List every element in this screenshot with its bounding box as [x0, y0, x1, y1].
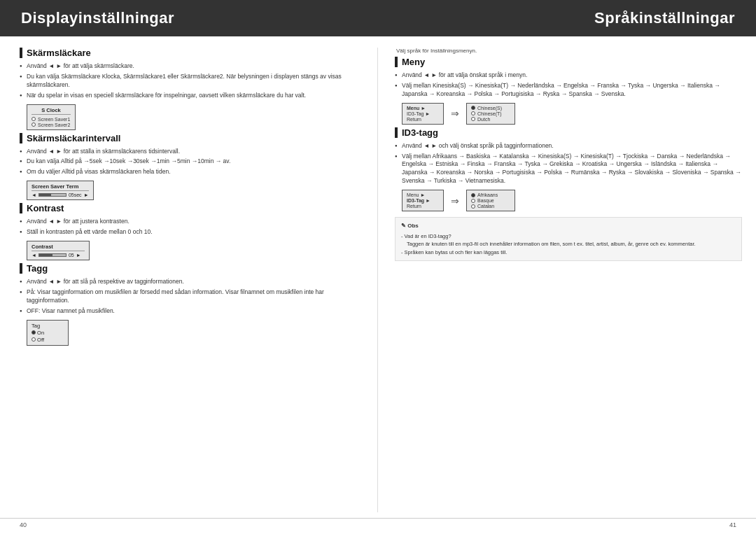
- bullet-item: Använd ◄ ► för att slå på respektive av …: [20, 278, 363, 286]
- radio-dot: [471, 106, 475, 110]
- note-line-0: - Vad är en ID3-tagg?: [401, 232, 736, 240]
- right-column: Välj språk för Inställningsmenyn. Meny A…: [378, 48, 756, 512]
- bullet-item: Välj mellan Afrikaans → Baskiska → Katal…: [395, 153, 742, 186]
- menu-lcd-id3-right: Afrikaans Basque Catalan: [466, 190, 515, 211]
- heading-skarmslackarintervall: Skärmsläckarintervall: [20, 133, 363, 143]
- lcd-skarmslackare: S Clock Screen Saver1 Screen Saver2: [27, 104, 76, 130]
- radio-dot: [471, 199, 475, 203]
- main-content: Skärmsläckare Använd ◄ ► för att välja s…: [0, 36, 756, 512]
- radio-dot: [31, 122, 36, 127]
- note-title: ✎ Obs: [401, 222, 736, 230]
- heading-kontrast: Kontrast: [20, 203, 363, 213]
- menu-row-1: ID3-Tag ►: [407, 198, 439, 203]
- lang-row-1: Chinese(T): [471, 111, 510, 116]
- bullet-item: Ställ in kontrasten på ett värde mellan …: [20, 228, 363, 237]
- bullet-item: Välj mellan Kinesiska(S) → Kinesiska(T) …: [395, 82, 742, 99]
- page-number-left: 40: [20, 521, 27, 528]
- bullet-item: Du kan välja Skärmsläckare Klocka, Skärm…: [20, 73, 363, 90]
- page-container: Displayinställningar Språkinställningar …: [0, 0, 756, 534]
- menu-row-0: Menu ►: [407, 192, 439, 197]
- lcd-option-1: Screen Saver2: [31, 122, 71, 127]
- bullets-tagg: Använd ◄ ► för att slå på respektive av …: [20, 278, 363, 316]
- lcd-title: S Clock: [31, 107, 71, 115]
- note-line-2: - Språken kan bytas ut och fler kan lägg…: [401, 248, 736, 256]
- device-tagg: Tag On Off: [27, 320, 363, 346]
- slider-skarmslackare-term: Screen Saver Term ◄ 05sec ►: [27, 181, 94, 200]
- device-skarmslackarintervall: Screen Saver Term ◄ 05sec ►: [27, 181, 363, 200]
- menu-lcd-id3-left: Menu ► ID3-Tag ► Return: [402, 190, 444, 211]
- slider-icon-right: ►: [84, 192, 89, 197]
- bullets-id3tagg: Använd ◄ ► och välj önskat språk på tagg…: [395, 142, 742, 185]
- lang-row-1: Basque: [471, 198, 510, 203]
- bullet-item: Använd ◄ ► för att justera kontrasten.: [20, 218, 363, 226]
- slider-fill: [39, 254, 52, 256]
- menu-row-2: Return: [407, 204, 439, 209]
- lcd-option-0: Screen Saver1: [31, 117, 71, 122]
- lang-row-2: Catalan: [471, 204, 510, 209]
- menu-lcd-left: Menu ► ID3-Tag ► Return: [402, 103, 444, 125]
- bullet-item: På: Visar tagginformation om musikfilen …: [20, 288, 363, 305]
- menu-row-0: Menu ►: [407, 106, 439, 111]
- heading-tagg: Tagg: [20, 263, 363, 274]
- bullet-item: Använd ◄ ► för att välja skärmsläckare.: [20, 62, 363, 71]
- slider-bar: [38, 193, 66, 197]
- lang-row-0: Afrikaans: [471, 192, 510, 197]
- section-skarmslackare: Skärmsläckare Använd ◄ ► för att välja s…: [20, 48, 363, 130]
- radio-dot: [31, 117, 36, 121]
- lang-hint: Välj språk för Inställningsmenyn.: [395, 48, 742, 54]
- menu-row-1: ID3-Tag ►: [407, 111, 439, 116]
- radio-dot-off: [31, 337, 36, 342]
- slider-kontrast: Contrast ◄ 05 ►: [27, 241, 90, 260]
- radio-dot: [471, 204, 475, 209]
- slider-bar-row: ◄ 05sec ►: [31, 192, 89, 197]
- slider-bar-row: ◄ 05 ►: [31, 253, 85, 258]
- slider-fill: [39, 194, 51, 196]
- menu-row-2: Return: [407, 117, 439, 122]
- radio-dot: [471, 111, 475, 115]
- slider-title: Contrast: [31, 244, 85, 251]
- page-number-right: 41: [729, 521, 736, 528]
- bullet-item: När du spelar in visas en speciell skärm…: [20, 92, 363, 100]
- lcd-title: Tag: [31, 323, 64, 329]
- bullets-meny: Använd ◄ ► för att välja önskat språk i …: [395, 71, 742, 99]
- radio-dot: [471, 117, 475, 121]
- bullet-item: Använd ◄ ► för att ställa in skärmsläcka…: [20, 148, 363, 156]
- lang-row-2: Dutch: [471, 117, 510, 122]
- slider-value: 05sec: [69, 192, 82, 197]
- bullet-item: Du kan välja Alltid på →5sek →10sek →30s…: [20, 157, 363, 166]
- menu-lcd-right: Chinese(S) Chinese(T) Dutch: [466, 103, 515, 125]
- bullet-item: Använd ◄ ► för att välja önskat språk i …: [395, 71, 742, 80]
- arrow-right-icon: ⇒: [451, 108, 459, 118]
- heading-skarmslackare: Skärmsläckare: [20, 48, 363, 58]
- note-line-1: Taggen är knuten till en mp3-fil och inn…: [401, 240, 736, 248]
- arrow-right-icon: ⇒: [451, 196, 459, 206]
- pencil-icon: ✎: [401, 223, 407, 229]
- bullet-item: OFF: Visar namnet på musikfilen.: [20, 307, 363, 316]
- section-id3tagg: ID3-tagg Använd ◄ ► och välj önskat språ…: [395, 127, 742, 261]
- section-tagg: Tagg Använd ◄ ► för att slå på respektiv…: [20, 263, 363, 346]
- section-skarmslackarintervall: Skärmsläckarintervall Använd ◄ ► för att…: [20, 133, 363, 201]
- section-kontrast: Kontrast Använd ◄ ► för att justera kont…: [20, 203, 363, 260]
- left-column: Skärmsläckare Använd ◄ ► för att välja s…: [0, 48, 378, 512]
- bullets-skarmslackarintervall: Använd ◄ ► för att ställa in skärmsläcka…: [20, 148, 363, 177]
- left-header-title: Displayinställningar: [21, 9, 174, 27]
- page-header: Displayinställningar Språkinställningar: [0, 0, 756, 36]
- slider-icon-right: ►: [76, 253, 81, 258]
- right-header-title: Språkinställningar: [594, 9, 735, 27]
- slider-icon: ◄: [31, 253, 36, 258]
- device-skarmslackare: S Clock Screen Saver1 Screen Saver2: [27, 104, 363, 130]
- lcd-option-off: Off: [31, 337, 64, 343]
- slider-title: Screen Saver Term: [31, 183, 89, 191]
- note-box: ✎ Obs - Vad är en ID3-tagg? Taggen är kn…: [395, 217, 742, 261]
- device-meny: Menu ► ID3-Tag ► Return ⇒ Chinese: [402, 103, 742, 125]
- slider-bar: [38, 253, 66, 257]
- heading-id3tagg: ID3-tagg: [395, 127, 742, 138]
- slider-icon: ◄: [31, 192, 36, 197]
- radio-dot: [471, 193, 475, 197]
- lcd-option-on: On: [31, 330, 64, 336]
- bullets-kontrast: Använd ◄ ► för att justera kontrasten. S…: [20, 218, 363, 237]
- lcd-tagg: Tag On Off: [27, 320, 69, 346]
- slider-value: 05: [69, 253, 74, 258]
- bullet-item: Om du väljer Alltid på visas skärmsläcka…: [20, 168, 363, 176]
- lang-row-0: Chinese(S): [471, 106, 510, 111]
